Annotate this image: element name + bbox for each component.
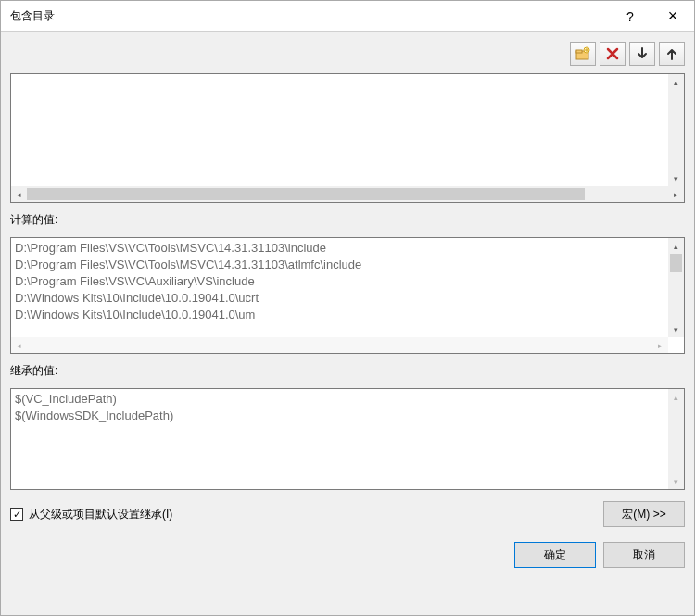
scroll-up-icon[interactable]: ▴ bbox=[668, 238, 684, 254]
cancel-button[interactable]: 取消 bbox=[603, 542, 685, 568]
scroll-left-icon: ◂ bbox=[11, 337, 27, 353]
computed-value-item: D:\Program Files\VS\VC\Tools\MSVC\14.31.… bbox=[15, 240, 680, 257]
horizontal-scrollbar[interactable]: ◂ ▸ bbox=[11, 186, 684, 202]
scroll-down-icon: ▾ bbox=[668, 473, 684, 489]
vertical-scrollbar-disabled: ▴ ▾ bbox=[668, 389, 684, 489]
window-title: 包含目录 bbox=[10, 8, 609, 24]
macros-button[interactable]: 宏(M) >> bbox=[603, 501, 685, 527]
scroll-thumb[interactable] bbox=[27, 188, 585, 200]
arrow-up-icon bbox=[664, 46, 679, 61]
directory-list-wrap: ▴ ▾ ◂ ▸ bbox=[10, 73, 685, 203]
scroll-left-icon[interactable]: ◂ bbox=[11, 186, 27, 202]
computed-value-item: D:\Windows Kits\10\Include\10.0.19041.0\… bbox=[15, 290, 680, 307]
help-button[interactable]: ? bbox=[609, 1, 651, 32]
inherited-value-item: $(VC_IncludePath) bbox=[15, 391, 680, 408]
horizontal-scrollbar-disabled: ◂ ▸ bbox=[11, 337, 668, 353]
inherited-values-label: 继承的值: bbox=[10, 363, 685, 379]
title-bar: 包含目录 ? × bbox=[1, 1, 694, 32]
move-up-button[interactable] bbox=[659, 42, 685, 66]
scroll-right-icon: ▸ bbox=[652, 337, 668, 353]
scroll-right-icon[interactable]: ▸ bbox=[668, 186, 684, 202]
move-down-button[interactable] bbox=[629, 42, 655, 66]
vertical-scrollbar[interactable]: ▴ ▾ bbox=[668, 74, 684, 186]
computed-value-item: D:\Windows Kits\10\Include\10.0.19041.0\… bbox=[15, 307, 680, 323]
inherit-row: ✓ 从父级或项目默认设置继承(I) 宏(M) >> bbox=[10, 501, 685, 527]
computed-value-item: D:\Program Files\VS\VC\Tools\MSVC\14.31.… bbox=[15, 257, 680, 273]
vertical-scrollbar[interactable]: ▴ ▾ bbox=[668, 238, 684, 337]
new-folder-button[interactable] bbox=[570, 42, 596, 66]
delete-x-icon bbox=[605, 46, 620, 61]
ok-button[interactable]: 确定 bbox=[514, 542, 596, 568]
inherited-values-panel: $(VC_IncludePath) $(WindowsSDK_IncludePa… bbox=[10, 388, 685, 490]
dialog-content: ▴ ▾ ◂ ▸ 计算的值: D:\Program Files\VS\VC\Too… bbox=[1, 32, 694, 615]
computed-values-panel: D:\Program Files\VS\VC\Tools\MSVC\14.31.… bbox=[10, 237, 685, 354]
scroll-down-icon[interactable]: ▾ bbox=[668, 321, 684, 337]
svg-rect-1 bbox=[576, 50, 582, 53]
inherited-values-list: $(VC_IncludePath) $(WindowsSDK_IncludePa… bbox=[11, 389, 684, 426]
folder-new-icon bbox=[575, 46, 590, 61]
scroll-up-icon: ▴ bbox=[668, 389, 684, 405]
scroll-down-icon[interactable]: ▾ bbox=[668, 170, 684, 186]
inherit-checkbox-wrap[interactable]: ✓ 从父级或项目默认设置继承(I) bbox=[10, 507, 598, 522]
directory-listbox[interactable]: ▴ ▾ ◂ ▸ bbox=[10, 73, 685, 203]
computed-values-label: 计算的值: bbox=[10, 212, 685, 228]
dialog-actions: 确定 取消 bbox=[10, 542, 685, 568]
inherit-checkbox-label: 从父级或项目默认设置继承(I) bbox=[29, 507, 172, 522]
scroll-up-icon[interactable]: ▴ bbox=[668, 74, 684, 90]
scroll-track[interactable] bbox=[27, 186, 668, 202]
computed-value-item: D:\Program Files\VS\VC\Auxiliary\VS\incl… bbox=[15, 273, 680, 290]
inherited-value-item: $(WindowsSDK_IncludePath) bbox=[15, 408, 680, 424]
scroll-track-spacer bbox=[668, 405, 684, 473]
close-button[interactable]: × bbox=[651, 1, 694, 32]
inherit-checkbox[interactable]: ✓ bbox=[10, 508, 23, 521]
computed-values-list: D:\Program Files\VS\VC\Tools\MSVC\14.31.… bbox=[11, 238, 684, 325]
scroll-thumb[interactable] bbox=[670, 254, 682, 272]
toolbar bbox=[10, 42, 685, 66]
delete-button[interactable] bbox=[600, 42, 626, 66]
arrow-down-icon bbox=[635, 46, 650, 61]
dialog-window: 包含目录 ? × bbox=[0, 0, 695, 616]
scroll-track-spacer bbox=[668, 272, 684, 321]
